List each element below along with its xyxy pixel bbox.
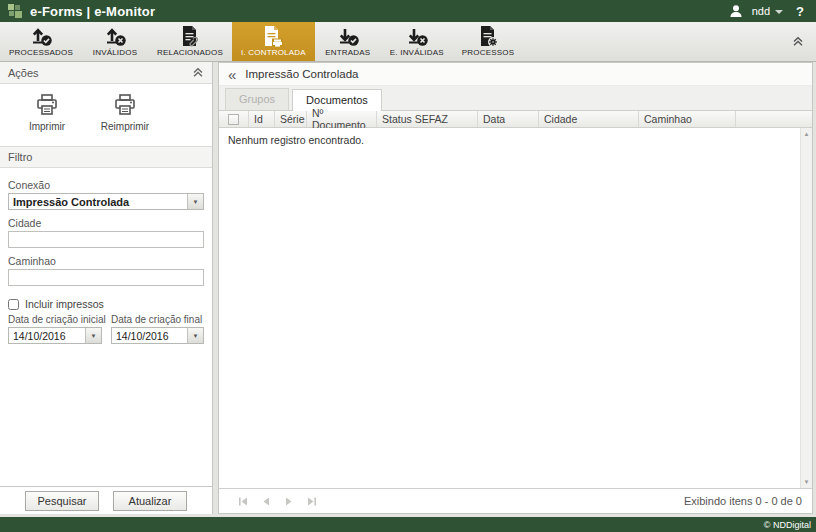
toolbar-item-label: E. INVÁLIDAS xyxy=(390,48,444,57)
data-final-label: Data de criação final xyxy=(111,314,204,325)
select-all-checkbox[interactable] xyxy=(228,114,239,125)
incluir-impressos-checkbox[interactable] xyxy=(8,299,19,310)
toolbar-item-relacionados[interactable]: RELACIONADOS xyxy=(148,22,232,61)
main-panel: « Impressão Controlada Grupos Documentos… xyxy=(218,62,813,514)
tab-bar: Grupos Documentos xyxy=(219,86,812,111)
reimprimir-button[interactable]: Reimprimir xyxy=(86,93,164,132)
toolbar-collapse-icon[interactable] xyxy=(792,36,804,47)
data-inicial-picker[interactable]: 14/10/2016 ▼ xyxy=(8,327,102,344)
caminhao-label: Caminhao xyxy=(8,255,204,267)
next-page-icon[interactable] xyxy=(284,497,294,506)
breadcrumb: « Impressão Controlada xyxy=(219,63,812,86)
user-icon xyxy=(729,4,743,18)
caminhao-input[interactable] xyxy=(8,269,204,286)
cidade-label: Cidade xyxy=(8,217,204,229)
column-header-data[interactable]: Data xyxy=(478,111,539,127)
toolbar-item-processados[interactable]: PROCESSADOS xyxy=(0,22,82,61)
toolbar-item-i-controlada[interactable]: I. CONTROLADA xyxy=(232,22,315,61)
incluir-impressos-label: Incluir impressos xyxy=(25,298,104,310)
chevron-down-icon[interactable]: ▼ xyxy=(85,328,101,343)
printer-icon xyxy=(112,93,138,117)
conexao-label: Conexão xyxy=(8,179,204,191)
filter-body: Conexão Impressão Controlada ▼ Cidade Ca… xyxy=(0,168,212,486)
footer-bar: © NDDigital xyxy=(0,517,816,532)
incluir-impressos-row: Incluir impressos xyxy=(8,298,204,310)
column-header-status-sefaz[interactable]: Status SEFAZ xyxy=(377,111,478,127)
empty-message: Nenhum registro encontrado. xyxy=(219,128,812,152)
data-final-picker[interactable]: 14/10/2016 ▼ xyxy=(111,327,204,344)
user-name: ndd xyxy=(752,5,770,17)
column-header-caminhao[interactable]: Caminhao xyxy=(639,111,736,127)
column-header-id[interactable]: Id xyxy=(249,111,275,127)
column-header-cidade[interactable]: Cidade xyxy=(539,111,639,127)
toolbar-item-entradas[interactable]: ENTRADAS xyxy=(315,22,381,61)
doc-printer-icon xyxy=(261,25,285,47)
actions-section-title: Ações xyxy=(8,67,39,79)
sidebar: Ações Imprimir xyxy=(0,62,213,514)
content-area: Ações Imprimir xyxy=(0,62,816,517)
footer-copyright: © NDDigital xyxy=(764,520,811,530)
doc-paperclip-icon xyxy=(178,25,202,47)
data-inicial-label: Data de criação inicial xyxy=(8,314,102,325)
toolbar-item-label: I. CONTROLADA xyxy=(241,48,306,57)
pesquisar-button[interactable]: Pesquisar xyxy=(25,491,99,511)
table-header: Id Série Nº Documento Status SEFAZ Data … xyxy=(219,111,812,128)
date-range-row: Data de criação inicial 14/10/2016 ▼ Dat… xyxy=(8,314,204,344)
toolbar-item-label: ENTRADAS xyxy=(325,48,370,57)
column-header-num-documento[interactable]: Nº Documento xyxy=(307,111,377,127)
sidebar-footer: Pesquisar Atualizar xyxy=(0,486,212,514)
app-title: e-Forms | e-Monitor xyxy=(30,4,155,19)
top-bar: e-Forms | e-Monitor ndd ? xyxy=(0,0,816,22)
scroll-up-icon[interactable]: ▲ xyxy=(804,131,810,137)
table-body: Nenhum registro encontrado. ▲ ▼ xyxy=(219,128,812,488)
help-button[interactable]: ? xyxy=(792,4,808,19)
data-inicial-value: 14/10/2016 xyxy=(9,330,85,342)
main-toolbar: PROCESSADOS INVÁLIDOS RELACIONADOS xyxy=(0,22,816,62)
data-inicial-field: Data de criação inicial 14/10/2016 ▼ xyxy=(8,314,102,344)
last-page-icon[interactable] xyxy=(307,497,317,506)
toolbar-item-label: PROCESSOS xyxy=(462,48,514,57)
toolbar-item-label: RELACIONADOS xyxy=(157,48,223,57)
printer-icon xyxy=(34,93,60,117)
atualizar-button[interactable]: Atualizar xyxy=(113,491,187,511)
doc-gear-icon xyxy=(476,25,500,47)
data-final-field: Data de criação final 14/10/2016 ▼ xyxy=(111,314,204,344)
column-header-filler xyxy=(736,111,812,127)
imprimir-button[interactable]: Imprimir xyxy=(8,93,86,132)
actions-section-header: Ações xyxy=(0,62,212,84)
cidade-input[interactable] xyxy=(8,231,204,248)
pagination-bar: Exibindo itens 0 - 0 de 0 xyxy=(219,488,812,513)
page-title: Impressão Controlada xyxy=(245,68,358,80)
doc-download-error-icon xyxy=(405,25,429,47)
tab-grupos[interactable]: Grupos xyxy=(225,88,289,110)
data-final-value: 14/10/2016 xyxy=(112,330,187,342)
actions-row: Imprimir Reimprimir xyxy=(0,84,212,146)
chevron-down-icon[interactable]: ▼ xyxy=(187,194,203,209)
app-logo-icon xyxy=(8,4,23,19)
scroll-down-icon[interactable]: ▼ xyxy=(804,479,810,485)
select-all-cell xyxy=(219,111,249,127)
filter-section-title: Filtro xyxy=(8,151,32,163)
first-page-icon[interactable] xyxy=(238,497,248,506)
vertical-scrollbar[interactable]: ▲ ▼ xyxy=(800,128,812,488)
collapse-left-icon[interactable]: « xyxy=(228,67,236,82)
filter-section-header: Filtro xyxy=(0,146,212,168)
toolbar-item-e-invalidas[interactable]: E. INVÁLIDAS xyxy=(381,22,453,61)
user-menu[interactable]: ndd xyxy=(752,5,783,17)
chevron-double-up-icon[interactable] xyxy=(192,67,204,78)
pager-status: Exibindo itens 0 - 0 de 0 xyxy=(684,495,802,507)
imprimir-label: Imprimir xyxy=(29,121,65,132)
prev-page-icon[interactable] xyxy=(261,497,271,506)
chevron-down-icon xyxy=(775,10,783,14)
toolbar-item-processos[interactable]: PROCESSOS xyxy=(453,22,523,61)
column-header-serie[interactable]: Série xyxy=(275,111,307,127)
toolbar-item-label: PROCESSADOS xyxy=(9,48,73,57)
conexao-value: Impressão Controlada xyxy=(9,196,187,208)
reimprimir-label: Reimprimir xyxy=(101,121,149,132)
doc-upload-error-icon xyxy=(103,25,127,47)
toolbar-item-invalidos[interactable]: INVÁLIDOS xyxy=(82,22,148,61)
conexao-select[interactable]: Impressão Controlada ▼ xyxy=(8,193,204,210)
chevron-down-icon[interactable]: ▼ xyxy=(187,328,203,343)
toolbar-item-label: INVÁLIDOS xyxy=(93,48,137,57)
doc-download-check-icon xyxy=(336,25,360,47)
